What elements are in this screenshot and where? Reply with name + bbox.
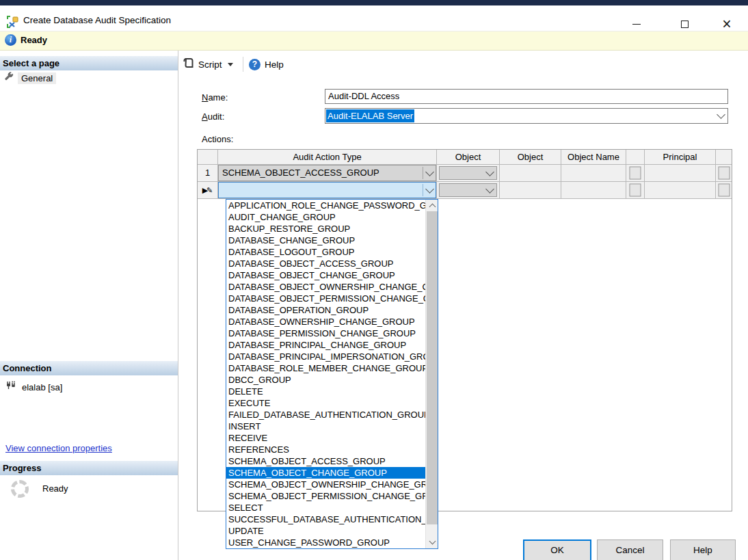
dropdown-item[interactable]: EXECUTE xyxy=(226,397,425,409)
principal-browse-cell-row2 xyxy=(716,182,732,199)
column-header-principal[interactable]: Principal xyxy=(645,150,716,165)
help-button[interactable]: Help xyxy=(670,539,736,560)
object-name-browse-cell-row2 xyxy=(626,182,645,199)
audit-specification-icon xyxy=(7,16,19,28)
grid-corner-header xyxy=(198,150,218,165)
dropdown-item[interactable]: SCHEMA_OBJECT_OWNERSHIP_CHANGE_GROUP xyxy=(226,479,425,490)
chevron-down-icon[interactable] xyxy=(423,165,436,181)
dropdown-item[interactable]: RECEIVE xyxy=(226,432,425,444)
wrench-icon xyxy=(4,72,14,84)
dropdown-item[interactable]: FAILED_DATABASE_AUTHENTICATION_GROUP xyxy=(226,409,425,421)
dropdown-item[interactable]: SCHEMA_OBJECT_PERMISSION_CHANGE_GROUP xyxy=(226,490,425,502)
dropdown-item[interactable]: SCHEMA_OBJECT_CHANGE_GROUP xyxy=(226,467,425,479)
script-icon xyxy=(182,57,194,72)
view-connection-properties-link[interactable]: View connection properties xyxy=(5,443,112,453)
dropdown-item[interactable]: DATABASE_OBJECT_CHANGE_GROUP xyxy=(226,269,425,281)
browse-button[interactable] xyxy=(630,184,641,197)
sidebar-item-general[interactable]: General xyxy=(4,72,56,84)
dropdown-item[interactable]: INSERT xyxy=(226,421,425,432)
object-combo-cell-row1[interactable] xyxy=(437,165,500,182)
close-icon: × xyxy=(722,18,731,30)
status-bar-text: Ready xyxy=(21,35,47,45)
dropdown-item[interactable]: DATABASE_OBJECT_OWNERSHIP_CHANGE_GROUP xyxy=(226,281,425,293)
audit-action-type-cell-row2-active[interactable] xyxy=(218,182,437,199)
principal-cell-row1[interactable] xyxy=(645,165,716,182)
column-header-object-2[interactable]: Object xyxy=(500,150,561,165)
audit-action-type-cell-row1[interactable]: SCHEMA_OBJECT_ACCESS_GROUP xyxy=(218,165,437,182)
audit-combobox[interactable]: Audit-ELALAB Server xyxy=(325,108,728,124)
edit-pencil-icon: ▶✎ xyxy=(202,186,213,194)
script-button[interactable]: Script xyxy=(182,57,233,72)
column-header-object-name[interactable]: Object Name xyxy=(561,150,626,165)
object-name-cell-row1[interactable] xyxy=(561,165,626,182)
dropdown-item[interactable]: DELETE xyxy=(226,386,425,397)
dropdown-item[interactable]: APPLICATION_ROLE_CHANGE_PASSWORD_GROUP xyxy=(226,200,425,211)
dropdown-scrollbar[interactable] xyxy=(425,200,438,548)
script-button-label: Script xyxy=(198,59,222,70)
window-title: Create Database Audit Specification xyxy=(23,14,171,27)
dropdown-item[interactable]: UPDATE xyxy=(226,525,425,537)
help-button-label: Help xyxy=(265,59,284,70)
chevron-down-icon[interactable] xyxy=(483,167,496,179)
dropdown-items: APPLICATION_ROLE_CHANGE_PASSWORD_GROUPAU… xyxy=(226,200,425,548)
dropdown-item[interactable]: SCHEMA_OBJECT_ACCESS_GROUP xyxy=(226,455,425,467)
dropdown-item[interactable]: REFERENCES xyxy=(226,444,425,455)
toolbar-help-button[interactable]: ? Help xyxy=(249,57,284,72)
connection-row: elalab [sa] xyxy=(5,380,62,394)
chevron-down-icon[interactable] xyxy=(483,184,496,196)
scroll-down-icon[interactable] xyxy=(426,537,438,548)
object-name-cell-row2[interactable] xyxy=(561,182,626,199)
cancel-button[interactable]: Cancel xyxy=(597,539,663,560)
server-connection-icon xyxy=(5,380,16,394)
create-database-audit-specification-dialog: Create Database Audit Specification × i … xyxy=(0,0,748,560)
dropdown-item[interactable]: SELECT xyxy=(226,502,425,514)
dropdown-item[interactable]: DATABASE_PERMISSION_CHANGE_GROUP xyxy=(226,328,425,339)
ok-button[interactable]: OK xyxy=(523,539,591,560)
dropdown-item[interactable]: SUCCESSFUL_DATABASE_AUTHENTICATION_GROUP xyxy=(226,514,425,525)
dropdown-item[interactable]: DATABASE_OBJECT_ACCESS_GROUP xyxy=(226,258,425,269)
audit-selected-value: Audit-ELALAB Server xyxy=(326,109,414,122)
sidebar-item-label: General xyxy=(18,72,56,84)
titlebar: Create Database Audit Specification × xyxy=(0,5,748,31)
object-cell-row1[interactable] xyxy=(500,165,561,182)
browse-button[interactable] xyxy=(718,167,730,180)
status-bar xyxy=(0,31,748,51)
dropdown-item[interactable]: DATABASE_OBJECT_PERMISSION_CHANGE_GROUP xyxy=(226,293,425,304)
scrollbar-thumb[interactable] xyxy=(427,211,438,524)
principal-browse-cell-row1 xyxy=(716,165,732,182)
info-icon: i xyxy=(5,34,16,46)
object-combo-cell-row2[interactable] xyxy=(437,182,500,199)
progress-spinner-icon xyxy=(11,480,29,498)
principal-cell-row2[interactable] xyxy=(645,182,716,199)
dropdown-item[interactable]: DATABASE_PRINCIPAL_CHANGE_GROUP xyxy=(226,339,425,351)
browse-button[interactable] xyxy=(630,167,641,180)
chevron-down-icon[interactable] xyxy=(714,109,727,123)
toolbar-separator xyxy=(243,57,243,72)
row-header-1[interactable]: 1 xyxy=(198,165,218,182)
dropdown-item[interactable]: DATABASE_LOGOUT_GROUP xyxy=(226,246,425,258)
dropdown-item[interactable]: DATABASE_OWNERSHIP_CHANGE_GROUP xyxy=(226,316,425,328)
dropdown-item[interactable]: DATABASE_PRINCIPAL_IMPERSONATION_GROUP xyxy=(226,351,425,362)
dropdown-item[interactable]: BACKUP_RESTORE_GROUP xyxy=(226,223,425,235)
column-header-audit-action-type[interactable]: Audit Action Type xyxy=(218,150,437,165)
chevron-down-icon[interactable] xyxy=(423,182,436,198)
object-cell-row2[interactable] xyxy=(500,182,561,199)
maximize-icon xyxy=(681,21,689,28)
left-panel: Select a page General Connection xyxy=(0,51,178,560)
name-input[interactable]: Audit-DDL Access xyxy=(325,89,728,104)
progress-status-text: Ready xyxy=(42,483,68,494)
column-header-spacer-2 xyxy=(716,150,732,165)
progress-header: Progress xyxy=(0,461,178,475)
scroll-up-icon[interactable] xyxy=(426,200,438,211)
dropdown-item[interactable]: DATABASE_OPERATION_GROUP xyxy=(226,304,425,316)
script-dropdown-caret-icon[interactable] xyxy=(228,63,233,66)
dropdown-item[interactable]: DBCC_GROUP xyxy=(226,374,425,386)
column-header-object-1[interactable]: Object xyxy=(437,150,500,165)
row-header-2-edit-marker[interactable]: ▶✎ xyxy=(198,182,218,199)
dropdown-item[interactable]: DATABASE_CHANGE_GROUP xyxy=(226,235,425,246)
dropdown-item[interactable]: DATABASE_ROLE_MEMBER_CHANGE_GROUP xyxy=(226,362,425,374)
browse-button[interactable] xyxy=(718,184,730,197)
dropdown-item[interactable]: AUDIT_CHANGE_GROUP xyxy=(226,211,425,223)
column-header-spacer-1 xyxy=(626,150,645,165)
dropdown-item[interactable]: USER_CHANGE_PASSWORD_GROUP xyxy=(226,537,425,548)
